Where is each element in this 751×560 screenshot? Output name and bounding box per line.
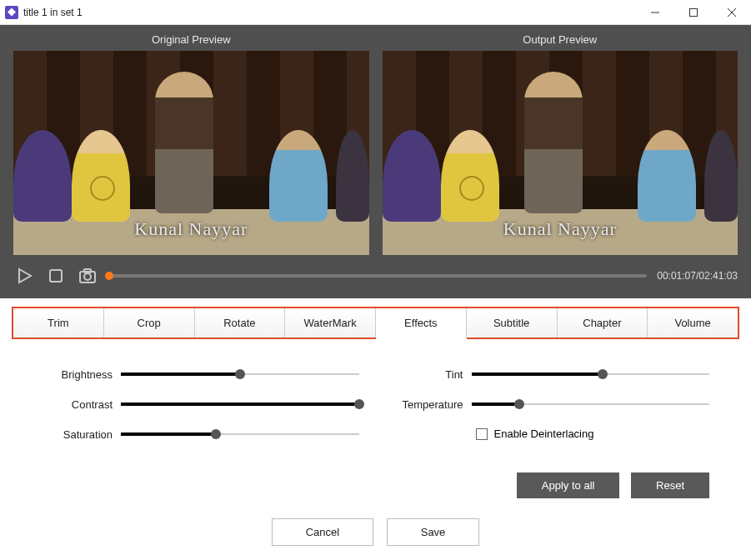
window-title: title 1 in set 1 (23, 7, 636, 18)
svg-rect-1 (690, 8, 698, 16)
original-preview: Kunal Nayyar (13, 51, 369, 255)
svg-rect-5 (50, 270, 62, 282)
preview-area: Original Preview Output Preview Kunal Na… (0, 25, 751, 298)
watermark-text: Kunal Nayyar (134, 218, 248, 240)
temperature-label: Temperature (393, 398, 472, 411)
deinterlace-label: Enable Deinterlacing (494, 428, 594, 440)
play-button[interactable] (13, 265, 35, 287)
output-preview-label: Output Preview (383, 33, 738, 51)
cancel-button[interactable]: Cancel (272, 518, 373, 546)
titlebar: title 1 in set 1 (0, 0, 751, 25)
stop-button[interactable] (45, 265, 67, 287)
save-button[interactable]: Save (387, 518, 480, 546)
svg-marker-4 (19, 269, 31, 282)
minimize-button[interactable] (636, 0, 674, 25)
contrast-slider[interactable] (121, 398, 359, 411)
tabs-container: Trim Crop Rotate WaterMark Effects Subti… (0, 298, 751, 346)
brightness-label: Brightness (42, 368, 121, 381)
tab-rotate[interactable]: Rotate (195, 308, 286, 338)
tab-subtitle[interactable]: Subtitle (467, 308, 558, 338)
app-icon (5, 6, 18, 19)
temperature-slider[interactable] (472, 398, 710, 411)
tab-crop[interactable]: Crop (104, 308, 195, 338)
progress-knob[interactable] (105, 272, 113, 280)
tab-watermark[interactable]: WaterMark (285, 308, 376, 338)
progress-bar[interactable] (108, 274, 647, 278)
output-preview: Kunal Nayyar (383, 51, 738, 255)
saturation-slider[interactable] (121, 428, 359, 441)
tint-slider[interactable] (472, 368, 710, 381)
deinterlace-checkbox[interactable] (476, 428, 488, 440)
apply-to-all-button[interactable]: Apply to all (517, 472, 620, 498)
tab-trim[interactable]: Trim (13, 308, 104, 338)
time-display: 00:01:07/02:41:03 (657, 270, 738, 282)
reset-button[interactable]: Reset (631, 472, 709, 498)
watermark-text: Kunal Nayyar (503, 218, 617, 240)
saturation-label: Saturation (42, 428, 121, 441)
tint-label: Tint (393, 368, 472, 381)
tab-chapter[interactable]: Chapter (558, 308, 648, 338)
effects-pane: Brightness Contrast Saturation Tint Te (0, 346, 751, 466)
brightness-slider[interactable] (121, 368, 359, 381)
close-button[interactable] (713, 0, 751, 25)
tab-volume[interactable]: Volume (648, 308, 738, 338)
original-preview-label: Original Preview (13, 33, 369, 51)
maximize-button[interactable] (674, 0, 713, 25)
contrast-label: Contrast (42, 398, 121, 411)
svg-point-8 (84, 273, 91, 280)
tab-effects[interactable]: Effects (376, 308, 467, 338)
snapshot-button[interactable] (77, 265, 98, 287)
